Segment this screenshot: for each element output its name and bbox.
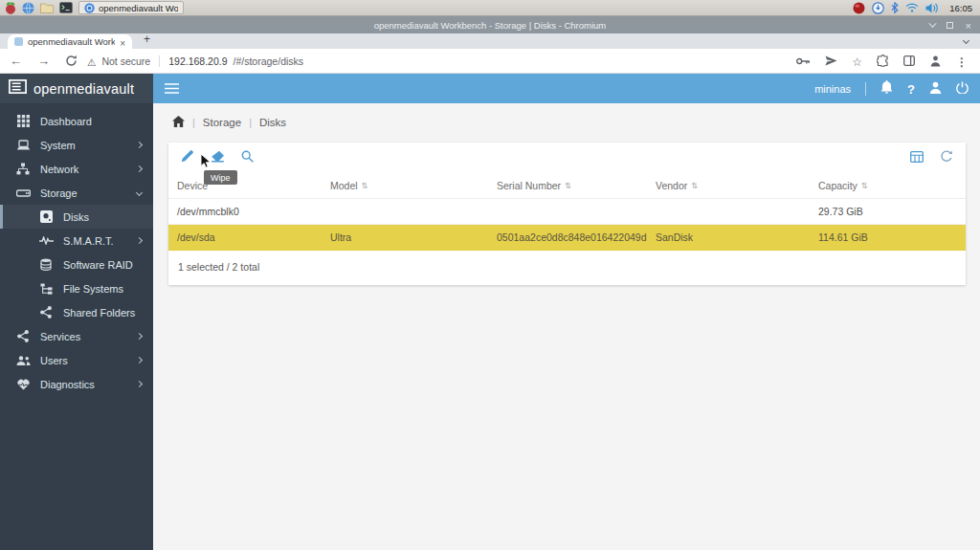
cell-device: /dev/sda: [168, 225, 322, 250]
omnibox[interactable]: Not secure 192.168.20.9/#/storage/disks: [87, 53, 796, 70]
web-browser-launcher-icon[interactable]: [22, 1, 34, 15]
column-settings-grid-icon[interactable]: [910, 149, 924, 166]
cell-model: Ultra: [322, 225, 488, 250]
window-title: openmediavault Workbench - Storage | Dis…: [374, 20, 607, 31]
sidebar-item-users[interactable]: Users: [0, 348, 153, 372]
table-toolbar: [168, 143, 966, 173]
new-tab-button[interactable]: [144, 30, 150, 47]
hamburger-menu-icon[interactable]: [165, 80, 179, 98]
tab-search-chevron-icon[interactable]: [963, 37, 969, 44]
tab-close-icon[interactable]: [120, 33, 125, 51]
cell-serial: 0501aa2ce0d8c848e016422049de195613d…: [488, 225, 647, 250]
breadcrumb-item-storage[interactable]: Storage: [203, 117, 241, 128]
omv-logo: openmediavault: [0, 74, 153, 103]
dashboard-grid-icon: [15, 115, 31, 127]
home-icon[interactable]: [172, 114, 185, 131]
column-header-serial[interactable]: Serial Number: [488, 173, 647, 198]
volume-icon[interactable]: [925, 1, 939, 15]
os-taskbar: openmediavault Wor... 16:05: [0, 0, 980, 16]
user-account-icon[interactable]: [929, 80, 942, 98]
sidebar-item-system[interactable]: System: [0, 133, 153, 157]
forward-icon[interactable]: →: [37, 55, 50, 67]
screen: openmediavault Wor... 16:05 openmediavau…: [0, 0, 980, 550]
search-icon[interactable]: [241, 149, 254, 166]
disk-icon: [38, 210, 54, 223]
raspberry-menu-icon[interactable]: [5, 1, 16, 15]
sidebar-item-network[interactable]: Network: [0, 157, 153, 181]
chevron-down-icon: [136, 189, 143, 196]
tab-favicon: [14, 37, 23, 46]
browser-actions: [796, 53, 970, 70]
sidebar-item-software-raid[interactable]: Software RAID: [0, 253, 153, 276]
sidebar-item-diagnostics[interactable]: Diagnostics: [0, 372, 153, 396]
browser-tab[interactable]: openmediavault Workbe: [8, 34, 132, 49]
sort-icon: [691, 173, 698, 198]
close-window-icon[interactable]: [966, 16, 971, 33]
users-icon: [15, 356, 31, 365]
taskbar-window-button[interactable]: openmediavault Wor...: [78, 1, 184, 14]
url-host: 192.168.20.9: [168, 55, 227, 67]
sidebar-item-dashboard[interactable]: Dashboard: [0, 109, 153, 133]
tab-title: openmediavault Workbe: [28, 36, 115, 47]
chevron-right-icon: [136, 165, 143, 172]
power-icon[interactable]: [956, 80, 969, 98]
sidebar-item-services[interactable]: Services: [0, 324, 153, 348]
edit-pencil-icon[interactable]: [181, 149, 194, 166]
address-bar: ← → Not secure 192.168.20.9/#/storage/di…: [0, 49, 980, 74]
cell-model: [322, 199, 488, 224]
not-secure-warning-icon[interactable]: [87, 53, 96, 70]
back-icon[interactable]: ←: [10, 55, 22, 67]
terminal-icon[interactable]: [59, 1, 73, 15]
cell-serial: [488, 199, 647, 224]
password-key-icon[interactable]: [796, 54, 811, 68]
bluetooth-icon[interactable]: [891, 1, 899, 15]
column-header-model[interactable]: Model: [322, 173, 488, 198]
updates-icon[interactable]: [872, 1, 884, 15]
breadcrumb-item-disks[interactable]: Disks: [259, 117, 286, 128]
reload-table-icon[interactable]: [940, 149, 953, 166]
tray-status-icon[interactable]: [853, 1, 865, 15]
chevron-right-icon: [136, 333, 143, 340]
sidebar-item-storage[interactable]: Storage: [0, 181, 153, 205]
cell-capacity: 114.61 GiB: [810, 225, 966, 250]
profile-avatar-icon[interactable]: [929, 54, 942, 68]
minimize-icon[interactable]: [928, 19, 936, 27]
sidebar-nav: Dashboard System Network: [0, 103, 153, 396]
table-row-sda-selected[interactable]: /dev/sda Ultra 0501aa2ce0d8c848e01642204…: [168, 225, 966, 251]
cell-vendor: SanDisk: [647, 225, 810, 250]
wifi-icon[interactable]: [905, 1, 919, 15]
diagnostics-heart-pulse-icon: [15, 379, 31, 390]
system-tray: 16:05: [853, 1, 975, 15]
cell-device: /dev/mmcblk0: [168, 199, 322, 224]
sidebar-item-disks[interactable]: Disks: [0, 205, 153, 229]
maximize-icon[interactable]: [947, 22, 953, 29]
reload-icon[interactable]: [65, 54, 78, 68]
notifications-bell-icon[interactable]: [880, 80, 893, 98]
sidebar-item-shared-folders[interactable]: Shared Folders: [0, 300, 153, 324]
username[interactable]: mininas: [814, 83, 851, 95]
share-icon: [38, 306, 54, 319]
file-manager-icon[interactable]: [40, 1, 54, 15]
sidebar-item-file-systems[interactable]: File Systems: [0, 276, 153, 300]
mouse-cursor: [200, 153, 212, 173]
table-row-mmcblk0[interactable]: /dev/mmcblk0 29.73 GiB: [168, 199, 966, 225]
help-icon[interactable]: [907, 80, 915, 98]
bookmark-star-icon[interactable]: [852, 53, 862, 70]
smart-pulse-icon: [38, 236, 54, 245]
extensions-puzzle-icon[interactable]: [877, 54, 889, 68]
wipe-eraser-icon[interactable]: [211, 149, 225, 166]
app-header: mininas: [153, 74, 980, 103]
sort-icon: [565, 173, 571, 198]
omv-logo-text: openmediavault: [33, 81, 134, 97]
column-header-device[interactable]: Device: [168, 173, 322, 198]
sidebar-item-smart[interactable]: S.M.A.R.T.: [0, 229, 153, 253]
column-header-capacity[interactable]: Capacity: [810, 173, 966, 198]
sidebar: openmediavault Dashboard System: [0, 74, 153, 550]
browser-menu-icon[interactable]: [956, 53, 968, 70]
column-header-vendor[interactable]: Vendor: [647, 173, 810, 198]
clock[interactable]: 16:05: [949, 3, 972, 13]
omv-logo-icon: [9, 79, 27, 98]
chevron-right-icon: [136, 357, 143, 363]
send-icon[interactable]: [825, 54, 837, 68]
side-panel-icon[interactable]: [903, 54, 915, 68]
